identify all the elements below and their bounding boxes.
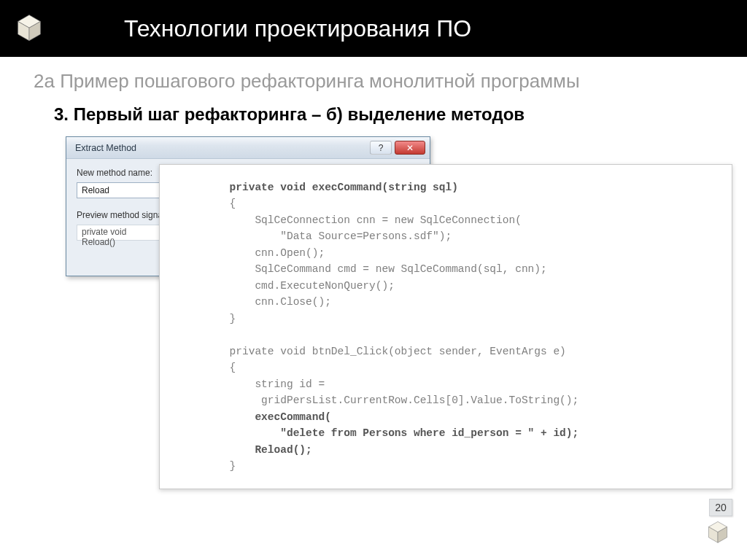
code-line: SqlCeCommand cmd = new SqlCeCommand(sql,…: [179, 263, 547, 275]
code-line: execCommand(: [179, 411, 331, 423]
code-line: {: [179, 362, 236, 373]
code-line: }: [179, 313, 236, 324]
code-line: private void btnDel_Click(object sender,…: [179, 346, 566, 357]
code-line: cnn.Close();: [179, 296, 331, 308]
code-line: gridPersList.CurrentRow.Cells[0].Value.T…: [179, 394, 578, 406]
section-title: 3. Первый шаг рефакторинга – б) выделени…: [0, 97, 747, 132]
close-button[interactable]: ✕: [395, 141, 425, 155]
code-panel: private void execCommand(string sql) { S…: [159, 164, 732, 489]
cube-icon: [705, 518, 731, 544]
label-text: Preview method signat: [77, 210, 165, 220]
label-text: New method name:: [77, 168, 152, 178]
code-line: {: [179, 198, 236, 209]
code-line: Reload();: [179, 444, 312, 456]
dialog-window-controls: ? ✕: [370, 141, 425, 155]
slide-subtitle: 2а Пример пошагового рефакторинга моноли…: [0, 57, 747, 97]
page-number: 20: [709, 499, 732, 516]
code-line: string id =: [179, 378, 325, 390]
dialog-title: Extract Method: [75, 143, 136, 153]
cube-icon: [13, 10, 45, 42]
code-line: cnn.Open();: [179, 247, 325, 259]
code-line: cmd.ExecuteNonQuery();: [179, 280, 395, 292]
preview-signature-field: private void Reload(): [77, 225, 164, 241]
slide: Технологии проектирования ПО 2а Пример п…: [0, 0, 747, 560]
code-line: "delete from Persons where id_person = "…: [179, 427, 578, 439]
new-method-name-input[interactable]: [77, 182, 164, 198]
dialog-titlebar[interactable]: Extract Method ? ✕: [66, 137, 430, 159]
content-area: Extract Method ? ✕ New method name: Prev…: [66, 136, 725, 479]
slide-header: Технологии проектирования ПО: [0, 0, 747, 57]
code-line: private void execCommand(string sql): [179, 182, 458, 193]
code-line: }: [179, 460, 236, 472]
code-line: SqlCeConnection cnn = new SqlCeConnectio…: [179, 214, 522, 226]
header-title: Технологии проектирования ПО: [124, 15, 471, 42]
code-block: private void execCommand(string sql) { S…: [179, 179, 721, 474]
code-line: "Data Source=Persons.sdf");: [179, 230, 452, 242]
help-button[interactable]: ?: [370, 141, 392, 155]
